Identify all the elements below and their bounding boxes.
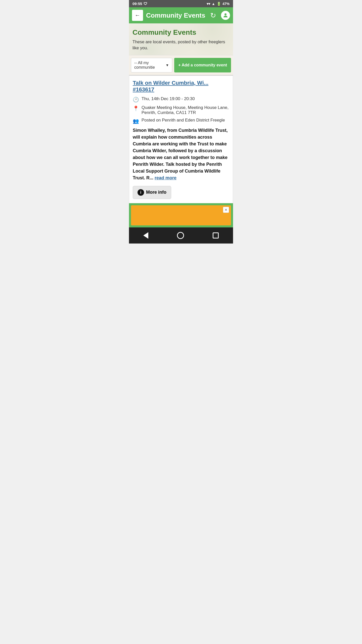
back-arrow-icon: ← bbox=[135, 12, 140, 19]
hero-section: Community Events These are local events,… bbox=[129, 23, 233, 55]
bottom-nav bbox=[129, 227, 233, 244]
ad-banner: ✕ bbox=[129, 203, 233, 227]
event-posted-on: Posted on Penrith and Eden District Free… bbox=[142, 118, 225, 123]
user-profile-button[interactable] bbox=[221, 11, 230, 20]
user-icon bbox=[222, 12, 229, 18]
more-info-label: More info bbox=[146, 190, 166, 195]
event-description: Simon Whalley, from Cumbria Wildlife Tru… bbox=[133, 127, 229, 181]
header-title: Community Events bbox=[146, 12, 207, 19]
status-bar: 09:55 🛡 ▾▾ ▲ 🔋 47% bbox=[129, 0, 233, 7]
refresh-icon[interactable]: ↻ bbox=[210, 11, 216, 20]
event-posted-row: 👥 Posted on Penrith and Eden District Fr… bbox=[133, 118, 229, 124]
svg-point-0 bbox=[224, 13, 227, 15]
home-nav-button[interactable] bbox=[174, 231, 187, 240]
event-location-row: 📍 Quaker Meeting House, Meeting House La… bbox=[133, 105, 229, 115]
clock-icon: 🕐 bbox=[133, 97, 139, 103]
battery-icon: 🔋 bbox=[217, 2, 221, 6]
community-select[interactable]: -- All my communitie ▼ bbox=[131, 58, 172, 72]
community-select-value: -- All my communitie bbox=[134, 61, 165, 70]
filter-row: -- All my communitie ▼ + Add a community… bbox=[129, 55, 233, 75]
status-time: 09:55 bbox=[132, 2, 142, 6]
location-icon: 📍 bbox=[133, 105, 139, 111]
event-title-text: Talk on Wilder Cumbria, Wi... bbox=[133, 80, 208, 86]
signal-icon: ▲ bbox=[212, 2, 215, 6]
read-more-link[interactable]: read more bbox=[155, 175, 176, 180]
ad-close-button[interactable]: ✕ bbox=[223, 207, 229, 213]
event-datetime-row: 🕐 Thu, 14th Dec 19:00 - 20:30 bbox=[133, 96, 229, 103]
event-title-link[interactable]: Talk on Wilder Cumbria, Wi... #163617 bbox=[133, 80, 229, 93]
group-icon: 👥 bbox=[133, 118, 139, 124]
hero-description: These are local events, posted by other … bbox=[132, 39, 230, 51]
recent-nav-icon bbox=[213, 232, 219, 238]
back-nav-icon bbox=[143, 232, 148, 239]
shield-icon: 🛡 bbox=[144, 2, 147, 6]
status-left: 09:55 🛡 bbox=[132, 2, 147, 6]
hero-title: Community Events bbox=[132, 28, 230, 36]
event-id: #163617 bbox=[133, 86, 154, 93]
app-header: ← Community Events ↻ bbox=[129, 7, 233, 23]
info-icon: i bbox=[138, 189, 144, 196]
home-nav-icon bbox=[177, 232, 184, 239]
wifi-icon: ▾▾ bbox=[207, 2, 210, 6]
battery-percent: 47% bbox=[222, 2, 230, 6]
add-event-button[interactable]: + Add a community event bbox=[174, 58, 231, 72]
back-nav-button[interactable] bbox=[140, 231, 151, 240]
recent-nav-button[interactable] bbox=[210, 231, 222, 239]
event-description-text: Simon Whalley, from Cumbria Wildlife Tru… bbox=[133, 128, 228, 180]
event-card: Talk on Wilder Cumbria, Wi... #163617 🕐 … bbox=[129, 75, 233, 203]
status-right: ▾▾ ▲ 🔋 47% bbox=[207, 2, 230, 6]
back-button[interactable]: ← bbox=[132, 10, 143, 21]
event-location: Quaker Meeting House, Meeting House Lane… bbox=[142, 105, 229, 115]
more-info-button[interactable]: i More info bbox=[133, 186, 171, 199]
chevron-down-icon: ▼ bbox=[165, 63, 169, 67]
event-datetime: Thu, 14th Dec 19:00 - 20:30 bbox=[142, 96, 195, 101]
ad-content: ✕ bbox=[131, 205, 231, 225]
